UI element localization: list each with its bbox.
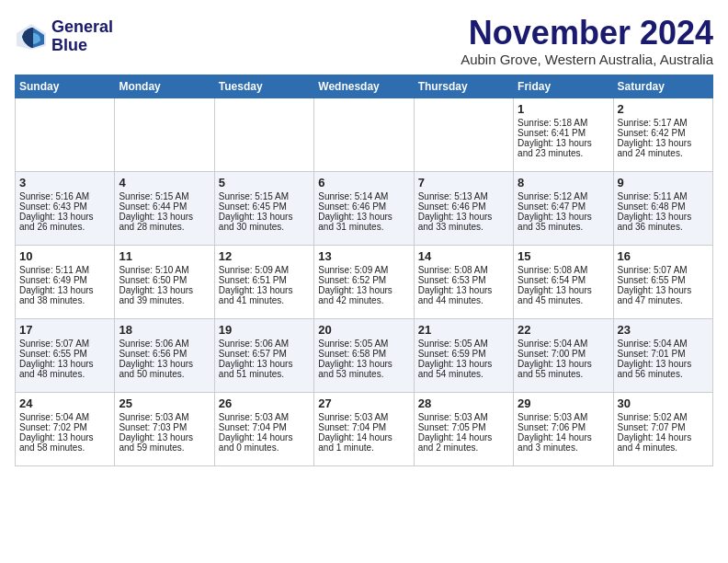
- day-number: 29: [518, 396, 609, 410]
- day-number: 12: [219, 249, 310, 263]
- calendar-cell: 16Sunrise: 5:07 AMSunset: 6:55 PMDayligh…: [613, 245, 712, 318]
- logo-line1: General: [51, 18, 113, 37]
- day-number: 24: [19, 396, 110, 410]
- day-number: 6: [318, 176, 409, 190]
- day-info: and 2 minutes.: [418, 442, 509, 453]
- day-info: Sunset: 6:43 PM: [19, 201, 110, 212]
- day-info: Sunset: 6:59 PM: [418, 349, 509, 359]
- calendar-cell: 27Sunrise: 5:03 AMSunset: 7:04 PMDayligh…: [314, 392, 414, 465]
- day-info: Sunrise: 5:15 AM: [119, 191, 210, 201]
- calendar-cell: [414, 98, 513, 171]
- calendar-cell: 28Sunrise: 5:03 AMSunset: 7:05 PMDayligh…: [414, 392, 513, 465]
- day-info: Sunset: 7:05 PM: [418, 422, 509, 432]
- logo: General Blue: [15, 18, 113, 55]
- calendar-cell: 3Sunrise: 5:16 AMSunset: 6:43 PMDaylight…: [16, 171, 115, 245]
- day-info: Sunset: 6:50 PM: [119, 275, 210, 285]
- day-info: Sunrise: 5:02 AM: [618, 412, 709, 422]
- day-info: and 55 minutes.: [518, 369, 609, 379]
- day-number: 22: [518, 323, 609, 337]
- calendar-cell: 21Sunrise: 5:05 AMSunset: 6:59 PMDayligh…: [414, 318, 513, 392]
- day-header-saturday: Saturday: [613, 75, 712, 98]
- day-info: Sunrise: 5:06 AM: [119, 339, 210, 349]
- day-info: Sunset: 7:02 PM: [19, 422, 110, 432]
- day-info: Daylight: 14 hours: [518, 432, 609, 442]
- day-info: Sunset: 6:49 PM: [19, 275, 110, 285]
- day-info: Daylight: 13 hours: [318, 212, 409, 222]
- day-info: Sunset: 7:04 PM: [219, 422, 310, 432]
- day-number: 1: [518, 102, 609, 116]
- day-info: and 47 minutes.: [618, 295, 709, 305]
- calendar-cell: 13Sunrise: 5:09 AMSunset: 6:52 PMDayligh…: [314, 245, 414, 318]
- day-info: Daylight: 13 hours: [618, 138, 709, 148]
- day-info: Sunrise: 5:04 AM: [618, 339, 709, 349]
- week-row-3: 10Sunrise: 5:11 AMSunset: 6:49 PMDayligh…: [16, 245, 713, 318]
- day-info: Daylight: 14 hours: [618, 432, 709, 442]
- day-info: Sunrise: 5:03 AM: [318, 412, 409, 422]
- day-header-wednesday: Wednesday: [314, 75, 414, 98]
- day-info: Daylight: 13 hours: [418, 359, 509, 369]
- day-info: and 42 minutes.: [318, 295, 409, 305]
- day-info: Daylight: 13 hours: [518, 212, 609, 222]
- day-info: and 35 minutes.: [518, 222, 609, 232]
- day-info: Sunset: 6:54 PM: [518, 275, 609, 285]
- day-info: and 28 minutes.: [119, 222, 210, 232]
- calendar-cell: 19Sunrise: 5:06 AMSunset: 6:57 PMDayligh…: [214, 318, 313, 392]
- day-info: Sunset: 6:46 PM: [418, 201, 509, 212]
- day-header-thursday: Thursday: [414, 75, 513, 98]
- day-info: Sunset: 6:44 PM: [119, 201, 210, 212]
- day-number: 30: [618, 396, 709, 410]
- day-info: Sunset: 6:41 PM: [518, 128, 609, 138]
- day-info: and 26 minutes.: [19, 222, 110, 232]
- day-header-monday: Monday: [115, 75, 214, 98]
- calendar-cell: 12Sunrise: 5:09 AMSunset: 6:51 PMDayligh…: [214, 245, 313, 318]
- day-info: Sunrise: 5:05 AM: [318, 339, 409, 349]
- calendar-cell: 1Sunrise: 5:18 AMSunset: 6:41 PMDaylight…: [514, 98, 613, 171]
- day-header-tuesday: Tuesday: [214, 75, 313, 98]
- calendar-cell: 30Sunrise: 5:02 AMSunset: 7:07 PMDayligh…: [613, 392, 712, 465]
- day-info: Sunset: 6:58 PM: [318, 349, 409, 359]
- day-info: and 30 minutes.: [219, 222, 310, 232]
- calendar-cell: 7Sunrise: 5:13 AMSunset: 6:46 PMDaylight…: [414, 171, 513, 245]
- day-info: and 50 minutes.: [119, 369, 210, 379]
- day-info: Sunset: 6:47 PM: [518, 201, 609, 212]
- calendar-cell: 17Sunrise: 5:07 AMSunset: 6:55 PMDayligh…: [16, 318, 115, 392]
- day-info: Sunset: 6:51 PM: [219, 275, 310, 285]
- day-info: Sunrise: 5:17 AM: [618, 118, 709, 128]
- day-info: Sunset: 7:07 PM: [618, 422, 709, 432]
- logo-line2: Blue: [51, 37, 113, 55]
- day-info: Sunset: 6:42 PM: [618, 128, 709, 138]
- week-row-1: 1Sunrise: 5:18 AMSunset: 6:41 PMDaylight…: [16, 98, 713, 171]
- day-info: Daylight: 14 hours: [418, 432, 509, 442]
- day-info: and 59 minutes.: [119, 442, 210, 453]
- calendar-cell: 24Sunrise: 5:04 AMSunset: 7:02 PMDayligh…: [16, 392, 115, 465]
- day-info: Daylight: 13 hours: [518, 285, 609, 295]
- day-number: 19: [219, 323, 310, 337]
- week-row-5: 24Sunrise: 5:04 AMSunset: 7:02 PMDayligh…: [16, 392, 713, 465]
- day-number: 2: [618, 102, 709, 116]
- day-number: 9: [618, 176, 709, 190]
- day-info: Sunset: 6:55 PM: [618, 275, 709, 285]
- day-number: 15: [518, 249, 609, 263]
- day-info: Sunset: 7:06 PM: [518, 422, 609, 432]
- day-info: Sunset: 6:45 PM: [219, 201, 310, 212]
- day-number: 8: [518, 176, 609, 190]
- day-info: Daylight: 13 hours: [119, 285, 210, 295]
- day-info: Daylight: 13 hours: [518, 138, 609, 148]
- calendar-cell: 4Sunrise: 5:15 AMSunset: 6:44 PMDaylight…: [115, 171, 214, 245]
- day-info: Daylight: 13 hours: [19, 285, 110, 295]
- day-info: and 39 minutes.: [119, 295, 210, 305]
- day-info: and 33 minutes.: [418, 222, 509, 232]
- calendar-cell: 18Sunrise: 5:06 AMSunset: 6:56 PMDayligh…: [115, 318, 214, 392]
- location: Aubin Grove, Western Australia, Australi…: [461, 52, 713, 67]
- day-info: Sunrise: 5:11 AM: [19, 265, 110, 275]
- day-info: and 24 minutes.: [618, 148, 709, 158]
- day-info: Sunrise: 5:14 AM: [318, 191, 409, 201]
- day-number: 28: [418, 396, 509, 410]
- page-header: General Blue November 2024 Aubin Grove, …: [15, 15, 713, 67]
- calendar-cell: 14Sunrise: 5:08 AMSunset: 6:53 PMDayligh…: [414, 245, 513, 318]
- day-info: and 41 minutes.: [219, 295, 310, 305]
- day-info: Daylight: 13 hours: [19, 432, 110, 442]
- day-info: Sunset: 6:57 PM: [219, 349, 310, 359]
- calendar-cell: 25Sunrise: 5:03 AMSunset: 7:03 PMDayligh…: [115, 392, 214, 465]
- calendar-cell: 5Sunrise: 5:15 AMSunset: 6:45 PMDaylight…: [214, 171, 313, 245]
